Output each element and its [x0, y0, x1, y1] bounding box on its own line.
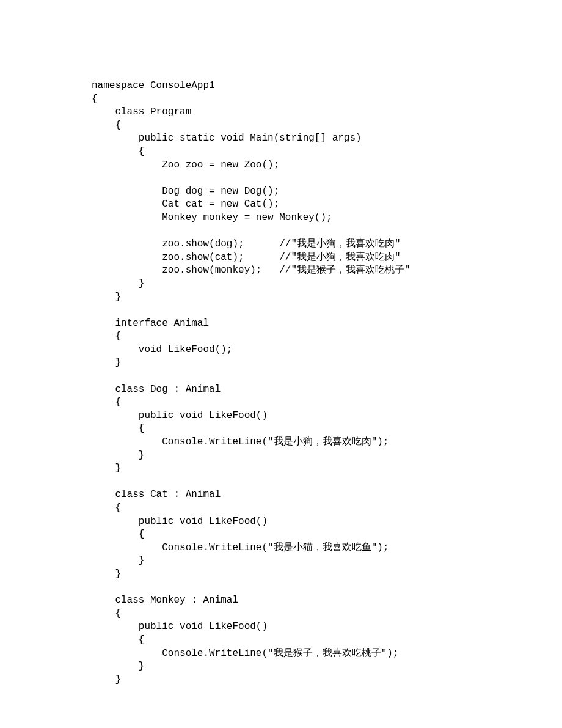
- code-block: namespace ConsoleApp1 { class Program { …: [92, 79, 562, 686]
- code-page: namespace ConsoleApp1 { class Program { …: [0, 0, 562, 728]
